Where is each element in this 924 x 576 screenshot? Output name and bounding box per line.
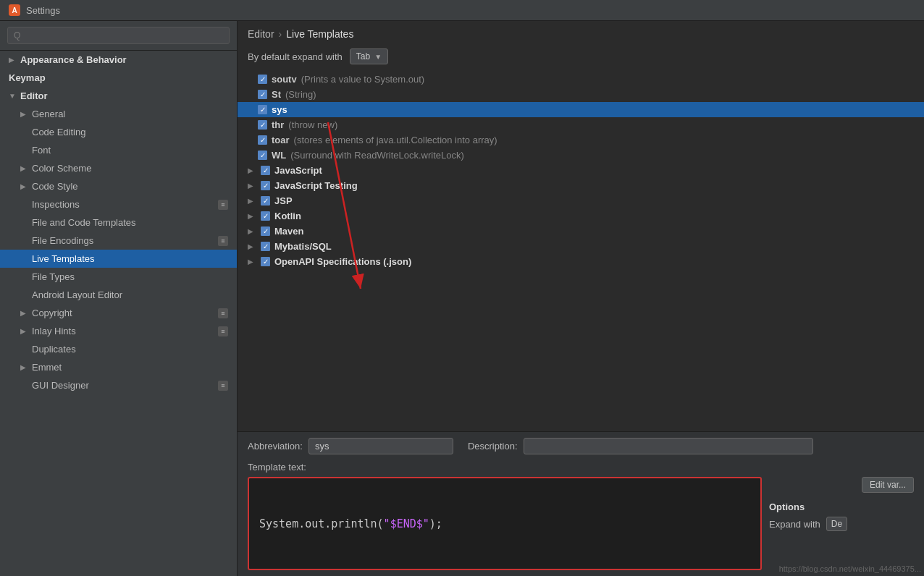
- template-row-st[interactable]: ✓ St (String): [238, 87, 924, 102]
- sidebar-item-appearance[interactable]: ▶ Appearance & Behavior: [0, 51, 237, 69]
- template-code-box[interactable]: System.out.println("$END$");: [248, 477, 762, 570]
- code-string-close: ": [423, 517, 429, 530]
- chevron-right-icon: ▶: [248, 182, 256, 190]
- sidebar-item-file-types[interactable]: File Types: [0, 268, 237, 286]
- sidebar-item-file-encodings[interactable]: File Encodings ≡: [0, 232, 237, 250]
- template-row-thr[interactable]: ✓ thr (throw new): [238, 117, 924, 132]
- template-row-soutv[interactable]: ✓ soutv (Prints a value to System.out): [238, 72, 924, 87]
- sidebar-item-general[interactable]: ▶ General: [0, 105, 237, 123]
- group-label-jsp: JSP: [274, 195, 293, 206]
- template-row-sys[interactable]: ✓ sys: [238, 102, 924, 117]
- description-label: Description:: [468, 441, 518, 452]
- template-code: System.out.println("$END$");: [259, 517, 442, 530]
- template-row-toar[interactable]: ✓ toar (stores elements of java.util.Col…: [238, 132, 924, 148]
- checkbox-wl[interactable]: ✓: [258, 151, 267, 160]
- sidebar-label: GUI Designer: [32, 380, 89, 391]
- sidebar-items: ▶ Appearance & Behavior Keymap ▼ Editor …: [0, 51, 237, 576]
- chevron-icon: ▶: [20, 363, 29, 371]
- chevron-icon: ▶: [20, 327, 29, 335]
- sidebar-label: Font: [32, 145, 51, 156]
- sidebar-item-live-templates[interactable]: Live Templates: [0, 250, 237, 268]
- main-layout: ▶ Appearance & Behavior Keymap ▼ Editor …: [0, 21, 924, 576]
- main-content: Editor › Live Templates By default expan…: [238, 21, 924, 576]
- template-row-openapi[interactable]: ▶ ✓ OpenAPI Specifications (.json): [238, 254, 924, 269]
- checkbox-soutv[interactable]: ✓: [258, 75, 267, 84]
- expand-bar: By default expand with Tab ▼: [238, 44, 924, 72]
- title-bar: A Settings: [0, 0, 924, 21]
- checkbox-toar[interactable]: ✓: [258, 135, 267, 145]
- checkbox-jsp[interactable]: ✓: [261, 196, 270, 206]
- code-string-open: ": [384, 517, 390, 530]
- template-row-javascript-testing[interactable]: ▶ ✓ JavaScript Testing: [238, 178, 924, 193]
- checkbox-javascript[interactable]: ✓: [261, 166, 270, 175]
- sidebar-item-font[interactable]: Font: [0, 141, 237, 159]
- search-input[interactable]: [7, 27, 230, 44]
- desc-thr: (throw new): [288, 119, 337, 130]
- description-input[interactable]: [524, 438, 813, 454]
- sidebar-item-duplicates[interactable]: Duplicates: [0, 340, 237, 358]
- bottom-split: System.out.println("$END$"); Edit var...…: [248, 477, 914, 570]
- checkbox-mybatis[interactable]: ✓: [261, 242, 270, 251]
- abbreviation-group: Abbreviation:: [248, 438, 453, 454]
- template-row-javascript[interactable]: ▶ ✓ JavaScript: [238, 163, 924, 178]
- expand-dropdown[interactable]: Tab ▼: [350, 48, 388, 64]
- template-row-wl[interactable]: ✓ WL (Surround with ReadWriteLock.writeL…: [238, 148, 924, 163]
- chevron-right-icon: ▶: [248, 166, 256, 174]
- template-row-maven[interactable]: ▶ ✓ Maven: [238, 224, 924, 239]
- badge-icon: ≡: [218, 308, 228, 318]
- sidebar-item-code-style[interactable]: ▶ Code Style: [0, 177, 237, 195]
- sidebar-label: Code Style: [32, 181, 78, 192]
- sidebar-label: Code Editing: [32, 127, 85, 137]
- chevron-icon: ▶: [20, 110, 29, 118]
- sidebar-item-keymap[interactable]: Keymap: [0, 69, 237, 87]
- sidebar-item-editor[interactable]: ▼ Editor: [0, 87, 237, 105]
- group-label-openapi: OpenAPI Specifications (.json): [274, 256, 411, 267]
- app-icon: A: [9, 4, 20, 16]
- bottom-panel: Abbreviation: Description: Template text…: [238, 431, 924, 576]
- sidebar-item-android-layout[interactable]: Android Layout Editor: [0, 286, 237, 304]
- checkbox-maven[interactable]: ✓: [261, 226, 270, 236]
- chevron-right-icon: ▶: [248, 212, 256, 220]
- sidebar-item-inlay-hints[interactable]: ▶ Inlay Hints ≡: [0, 322, 237, 340]
- expand-label: By default expand with: [248, 51, 343, 62]
- description-group: Description:: [468, 438, 813, 454]
- templates-wrapper: ✓ soutv (Prints a value to System.out) ✓…: [238, 72, 924, 431]
- sidebar-item-emmet[interactable]: ▶ Emmet: [0, 358, 237, 376]
- checkbox-thr[interactable]: ✓: [258, 120, 267, 130]
- code-prefix: System.out.println(: [259, 517, 384, 530]
- sidebar-item-color-scheme[interactable]: ▶ Color Scheme: [0, 159, 237, 177]
- checkbox-st[interactable]: ✓: [258, 90, 267, 99]
- breadcrumb-current: Live Templates: [286, 28, 353, 40]
- expand-with-dropdown[interactable]: De: [826, 517, 847, 531]
- checkbox-javascript-testing[interactable]: ✓: [261, 181, 270, 190]
- templates-scroll[interactable]: ✓ soutv (Prints a value to System.out) ✓…: [238, 72, 924, 431]
- template-row-mybatis[interactable]: ▶ ✓ Mybatis/SQL: [238, 239, 924, 254]
- main-wrapper: ✓ soutv (Prints a value to System.out) ✓…: [238, 72, 924, 576]
- sidebar-item-copyright[interactable]: ▶ Copyright ≡: [0, 304, 237, 322]
- abbrev-desc-row: Abbreviation: Description:: [248, 438, 914, 454]
- template-row-kotlin[interactable]: ▶ ✓ Kotlin: [238, 208, 924, 224]
- template-row-jsp[interactable]: ▶ ✓ JSP: [238, 193, 924, 208]
- abbreviation-input[interactable]: [308, 438, 453, 454]
- badge-icon: ≡: [218, 200, 228, 210]
- sidebar-item-inspections[interactable]: Inspections ≡: [0, 195, 237, 213]
- sidebar-item-file-code-templates[interactable]: File and Code Templates: [0, 213, 237, 232]
- options-label: Options: [769, 501, 805, 512]
- checkbox-kotlin[interactable]: ✓: [261, 211, 270, 221]
- dropdown-value: Tab: [356, 51, 370, 62]
- sidebar-item-gui-designer[interactable]: GUI Designer ≡: [0, 376, 237, 394]
- edit-variables-button[interactable]: Edit var...: [862, 477, 914, 493]
- badge-icon: ≡: [218, 326, 228, 336]
- url-watermark: https://blog.csdn.net/weixin_44469375...: [779, 564, 921, 573]
- abbrev-wl: WL: [272, 150, 286, 161]
- sidebar-item-code-editing[interactable]: Code Editing: [0, 123, 237, 141]
- checkbox-openapi[interactable]: ✓: [261, 257, 270, 266]
- code-area: System.out.println("$END$");: [248, 477, 762, 570]
- chevron-icon: ▶: [20, 164, 29, 172]
- checkbox-sys[interactable]: ✓: [258, 105, 267, 114]
- abbrev-st: St: [272, 89, 281, 100]
- chevron-right-icon: ▶: [248, 197, 256, 205]
- code-variable: $END$: [390, 517, 423, 530]
- sidebar-label: Color Scheme: [32, 163, 91, 174]
- chevron-icon: ▶: [20, 182, 29, 190]
